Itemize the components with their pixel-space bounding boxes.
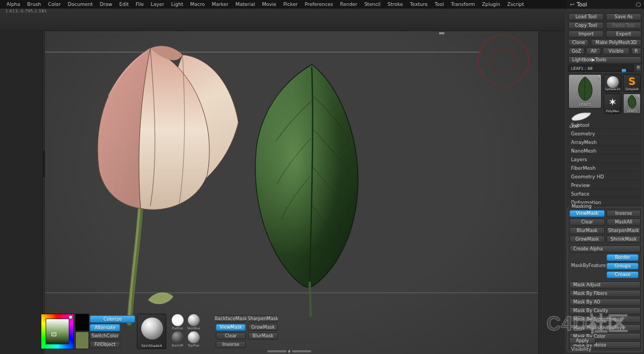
goz-all-button[interactable]: All <box>586 48 601 55</box>
menu-preferences[interactable]: Preferences <box>305 2 333 7</box>
current-material-thumbnail[interactable]: SkinShade4 <box>137 314 166 349</box>
load-tool-button[interactable]: Load Tool <box>568 13 604 20</box>
menu-light[interactable]: Light <box>171 2 183 7</box>
menu-layer[interactable]: Layer <box>151 2 164 7</box>
create-alpha-button[interactable]: Create Alpha <box>569 245 641 252</box>
section-surface[interactable]: Surface <box>568 190 641 198</box>
saturation-value-square[interactable] <box>46 319 69 344</box>
viewmask-button[interactable]: ViewMask <box>569 210 605 217</box>
menu-movie[interactable]: Movie <box>262 2 276 7</box>
menu-texture[interactable]: Texture <box>410 2 428 7</box>
secondary-color-swatch[interactable] <box>75 331 89 349</box>
copy-tool-button[interactable]: Copy Tool <box>568 22 604 29</box>
tool-slot-polymesh3d[interactable]: ✶ PolyMes <box>604 93 621 114</box>
clear-mask-button[interactable]: Clear <box>569 219 605 226</box>
section-preview[interactable]: Preview <box>568 182 641 189</box>
blurmask-button[interactable]: BlurMask <box>569 227 605 234</box>
backfacemask-button[interactable]: BackfaceMask <box>216 315 246 322</box>
top-shelf <box>0 9 565 31</box>
make-polymesh3d-button[interactable]: Make PolyMesh3D <box>591 39 641 46</box>
mask-by-ao-button[interactable]: Mask By AO <box>569 299 641 306</box>
mask-by-cavity-button[interactable]: Mask By Cavity <box>569 307 641 314</box>
section-geometry-hd[interactable]: Geometry HD <box>568 173 641 180</box>
canvas-scrollbar-thumb[interactable] <box>439 32 444 34</box>
palette-menu-icon[interactable] <box>636 2 641 7</box>
tool-slot-sphere3d[interactable]: Sphere3d <box>604 74 621 92</box>
current-tool-thumbnail[interactable]: 3 LEAF1 <box>568 74 602 109</box>
tool-slot-simplebrush[interactable]: S SimpleB <box>623 74 641 92</box>
material-slot-skinshade[interactable]: SkinSha <box>186 314 201 330</box>
goz-r-button[interactable]: R <box>631 48 641 55</box>
section-visibility[interactable]: Visibility <box>568 345 641 353</box>
color-picker[interactable] <box>41 314 74 349</box>
section-nanomesh[interactable]: NanoMesh <box>568 147 641 155</box>
bottom-scrollbar[interactable]: ▲▼ <box>267 350 311 353</box>
menu-transform[interactable]: Transform <box>451 2 475 7</box>
shrinkmask-button[interactable]: ShrinkMask <box>606 236 641 243</box>
mask-by-smoothness-button[interactable]: Mask By Smoothness <box>569 316 641 323</box>
menu-zplugin[interactable]: Zplugin <box>482 2 500 7</box>
section-subtool[interactable]: Subtool <box>568 121 641 129</box>
menu-render[interactable]: Render <box>340 2 357 7</box>
material-slot-flatcolor[interactable]: FlatCol <box>170 314 185 330</box>
save-as-button[interactable]: Save As <box>606 13 641 20</box>
section-layers[interactable]: Layers <box>568 156 641 163</box>
sharpenmask-button[interactable]: SharpenMask <box>606 227 641 234</box>
feature-crease-button[interactable]: Crease <box>606 271 639 278</box>
inverse-button[interactable]: Inverse <box>606 210 641 217</box>
mask-peaksandvalleys-button[interactable]: Mask PeaksAndValleys <box>569 324 641 331</box>
blurmask-button-bottom[interactable]: BlurMask <box>248 333 278 339</box>
menu-material[interactable]: Material <box>236 2 255 7</box>
masking-header[interactable]: Masking <box>569 204 594 209</box>
main-color-swatch[interactable] <box>75 314 89 331</box>
mask-by-fibers-button[interactable]: Mask By Fibers <box>569 290 641 297</box>
clone-button[interactable]: Clone <box>568 39 589 46</box>
menu-alpha[interactable]: Alpha <box>6 2 20 7</box>
menu-draw[interactable]: Draw <box>100 2 113 7</box>
inverse-mask-button-bottom[interactable]: Inverse <box>216 341 246 348</box>
switchcolor-button[interactable]: SwitchColor <box>90 333 120 339</box>
menu-edit[interactable]: Edit <box>119 2 128 7</box>
paste-tool-button[interactable]: Paste Tool <box>606 22 641 29</box>
section-arraymesh[interactable]: ArrayMesh <box>568 139 641 146</box>
menu-picker[interactable]: Picker <box>283 2 298 7</box>
section-fibermesh[interactable]: FiberMesh <box>568 164 641 172</box>
menu-stroke[interactable]: Stroke <box>387 2 403 7</box>
import-button[interactable]: Import <box>568 31 604 38</box>
material-slot-toyplastic[interactable]: ToyPlas <box>186 331 201 347</box>
menu-file[interactable]: File <box>136 2 144 7</box>
menu-marker[interactable]: Marker <box>212 2 229 7</box>
goz-visible-button[interactable]: Visible <box>603 48 630 55</box>
fillobject-button[interactable]: FillObject <box>90 341 120 348</box>
goz-button[interactable]: GoZ <box>568 48 584 55</box>
tool-slider-r-button[interactable]: R <box>635 64 641 72</box>
scrollbar-arrows-icon[interactable]: ▲▼ <box>288 350 290 353</box>
sharpenmask-button-bottom[interactable]: SharpenMask <box>248 315 278 322</box>
mask-adjust-button[interactable]: Mask Adjust <box>569 281 641 288</box>
apply-button[interactable]: Apply <box>569 337 596 344</box>
menu-tool[interactable]: Tool <box>435 2 444 7</box>
menu-macro[interactable]: Macro <box>190 2 204 7</box>
growmask-button-bottom[interactable]: GrowMask <box>248 324 278 331</box>
alternate-button[interactable]: Alternate <box>90 324 120 331</box>
lightbox-tools-button[interactable]: Lightbox▶Tools <box>568 56 641 63</box>
sculpt-canvas[interactable] <box>45 31 538 354</box>
tool-slot-leaf1[interactable]: 3 LEAF1 <box>623 93 641 114</box>
material-slot-basicmaterial[interactable]: BasicM <box>170 331 185 347</box>
viewmask-button-bottom[interactable]: ViewMask <box>216 324 246 331</box>
menu-stencil[interactable]: Stencil <box>364 2 380 7</box>
growmask-button[interactable]: GrowMask <box>569 236 605 243</box>
section-geometry[interactable]: Geometry <box>568 130 641 138</box>
feature-border-button[interactable]: Border <box>606 254 639 261</box>
menu-zscript[interactable]: Zscript <box>507 2 524 7</box>
export-button[interactable]: Export <box>606 31 641 38</box>
colorize-button[interactable]: Colorize <box>90 315 135 323</box>
menu-brush[interactable]: Brush <box>27 2 41 7</box>
menu-color[interactable]: Color <box>48 2 61 7</box>
palette-back-icon[interactable]: ↩ <box>570 2 574 8</box>
menu-document[interactable]: Document <box>68 2 93 7</box>
maskall-button[interactable]: MaskAll <box>606 219 641 226</box>
tool-slider[interactable]: LEAF1 : 48 <box>568 64 634 72</box>
feature-groups-button[interactable]: Groups <box>606 263 639 270</box>
clear-mask-button-bottom[interactable]: Clear <box>216 333 246 339</box>
